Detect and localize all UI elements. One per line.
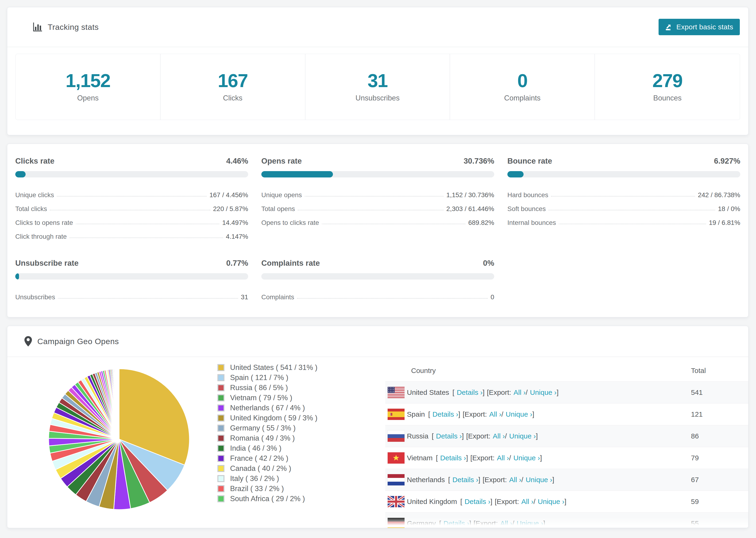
export-unique-link[interactable]: Unique › xyxy=(516,519,543,527)
legend-swatch xyxy=(217,414,225,422)
flag-us-icon xyxy=(388,387,405,398)
export-prefix: [Export: xyxy=(473,519,498,527)
dotted-leader xyxy=(298,210,444,210)
legend-label: France ( 42 / 2% ) xyxy=(230,454,288,463)
legend-label: Romania ( 49 / 3% ) xyxy=(230,434,295,443)
bracket: [ xyxy=(448,476,450,484)
flag-es-icon xyxy=(388,409,405,420)
legend-label: Brazil ( 33 / 2% ) xyxy=(230,484,284,493)
stat-detail-row: Internal bounces19 / 6.81% xyxy=(507,213,740,227)
tracking-stats-header: Tracking stats Export basic stats xyxy=(7,7,748,47)
table-row: Spain[Details ›][Export:All ›/Unique ›]1… xyxy=(385,404,748,425)
dotted-leader xyxy=(76,224,220,224)
details-link[interactable]: Details › xyxy=(432,410,458,418)
stat-detail-row: Soft bounces18 / 0% xyxy=(507,199,740,213)
country-name: Netherlands xyxy=(407,476,445,484)
unsubscribe-rate-block: Unsubscribe rate 0.77% Unsubscribes31 xyxy=(15,259,248,301)
total-cell: 121 xyxy=(691,410,748,418)
legend-swatch xyxy=(217,425,225,432)
bracket: ] xyxy=(490,498,492,506)
geo-country-table: Country Total United States[Details ›][E… xyxy=(385,360,748,528)
dotted-leader xyxy=(70,238,223,238)
legend-label: Canada ( 40 / 2% ) xyxy=(230,464,291,473)
bracket: ] xyxy=(462,432,464,440)
stat-unsubscribes-label: Unsubscribes xyxy=(355,94,400,102)
export-unique-link[interactable]: Unique › xyxy=(526,476,552,484)
stat-detail-row: Opens to clicks rate689.82% xyxy=(261,213,494,227)
details-link[interactable]: Details › xyxy=(440,454,466,462)
export-basic-stats-button[interactable]: Export basic stats xyxy=(659,19,740,35)
legend-item: United States ( 541 / 31% ) xyxy=(217,362,317,372)
export-unique-link[interactable]: Unique › xyxy=(513,454,540,462)
stat-detail-label: Unique opens xyxy=(261,191,302,199)
export-unique-link[interactable]: Unique › xyxy=(530,389,557,397)
details-link[interactable]: Details › xyxy=(457,389,482,397)
legend-swatch xyxy=(217,435,225,442)
stat-detail-row: Unique clicks167 / 4.456% xyxy=(15,185,248,199)
legend-swatch xyxy=(217,384,225,391)
export-all-link[interactable]: All › xyxy=(493,432,505,440)
export-button-label: Export basic stats xyxy=(676,23,733,31)
tracking-stats-card: Tracking stats Export basic stats 1,152 … xyxy=(7,7,748,135)
slash-separator: / xyxy=(533,498,535,506)
bracket: [ xyxy=(453,389,454,397)
stat-detail-label: Hard bounces xyxy=(507,191,548,199)
stat-detail-value: 2,303 / 61.446% xyxy=(446,205,494,213)
export-unique-link[interactable]: Unique › xyxy=(509,432,536,440)
stat-detail-label: Complaints xyxy=(261,294,294,301)
stat-detail-label: Click through rate xyxy=(15,233,67,241)
export-all-link[interactable]: All › xyxy=(497,454,509,462)
legend-swatch xyxy=(217,475,225,482)
export-prefix: [Export: xyxy=(470,454,495,462)
legend-swatch xyxy=(217,465,225,472)
stat-detail-value: 14.497% xyxy=(222,219,248,227)
geo-table-header-total: Total xyxy=(691,367,748,375)
details-link[interactable]: Details › xyxy=(436,432,462,440)
pie-svg xyxy=(47,367,191,511)
export-all-link[interactable]: All › xyxy=(513,389,526,397)
bounce-rate-progressbar xyxy=(507,171,740,178)
details-link[interactable]: Details › xyxy=(453,476,478,484)
bracket: ] xyxy=(482,389,484,397)
stat-detail-value: 0 xyxy=(490,294,494,301)
stat-complaints-value: 0 xyxy=(517,71,527,90)
stat-detail-value: 1,152 / 30.736% xyxy=(446,191,494,199)
stat-detail-label: Unique clicks xyxy=(15,191,54,199)
complaints-rate-value: 0% xyxy=(483,259,494,268)
legend-item: South Africa ( 29 / 2% ) xyxy=(217,494,317,504)
export-prefix: [Export: xyxy=(495,498,519,506)
export-unique-link[interactable]: Unique › xyxy=(538,498,565,506)
export-all-link[interactable]: All › xyxy=(509,476,521,484)
export-unique-link[interactable]: Unique › xyxy=(506,410,532,418)
stat-unsubscribes-value: 31 xyxy=(368,71,388,90)
export-all-link[interactable]: All › xyxy=(500,519,512,527)
slash-separator: / xyxy=(502,410,503,418)
unsubscribe-rate-progressbar xyxy=(15,273,248,280)
stat-detail-value: 220 / 5.87% xyxy=(213,205,248,213)
stat-opens-label: Opens xyxy=(77,94,99,102)
country-name: Germany xyxy=(407,519,436,527)
legend-item: Vietnam ( 79 / 5% ) xyxy=(217,393,317,403)
stat-detail-label: Total clicks xyxy=(15,205,47,213)
stat-detail-value: 18 / 0% xyxy=(718,205,740,213)
export-all-link[interactable]: All › xyxy=(521,498,534,506)
legend-label: Germany ( 55 / 3% ) xyxy=(230,424,296,432)
bracket: ] xyxy=(552,476,554,484)
legend-item: Brazil ( 33 / 2% ) xyxy=(217,484,317,494)
bracket: ] xyxy=(557,389,559,397)
opens-rate-title: Opens rate xyxy=(261,157,302,166)
stat-detail-value: 19 / 6.81% xyxy=(709,219,740,227)
details-link[interactable]: Details › xyxy=(465,498,490,506)
summary-stats-strip: 1,152 Opens 167 Clicks 31 Unsubscribes 0… xyxy=(16,54,740,120)
details-link[interactable]: Details › xyxy=(444,519,469,527)
table-row: United Kingdom[Details ›][Export:All ›/U… xyxy=(385,491,748,512)
total-cell: 67 xyxy=(691,476,748,484)
export-prefix: [Export: xyxy=(482,476,507,484)
table-row: Netherlands[Details ›][Export:All ›/Uniq… xyxy=(385,469,748,491)
legend-swatch xyxy=(217,374,225,381)
slash-separator: / xyxy=(505,432,507,440)
geo-pie-chart[interactable] xyxy=(47,367,191,511)
progress-fill xyxy=(15,171,26,178)
export-all-link[interactable]: All › xyxy=(489,410,502,418)
flag-ru-icon xyxy=(388,430,405,442)
